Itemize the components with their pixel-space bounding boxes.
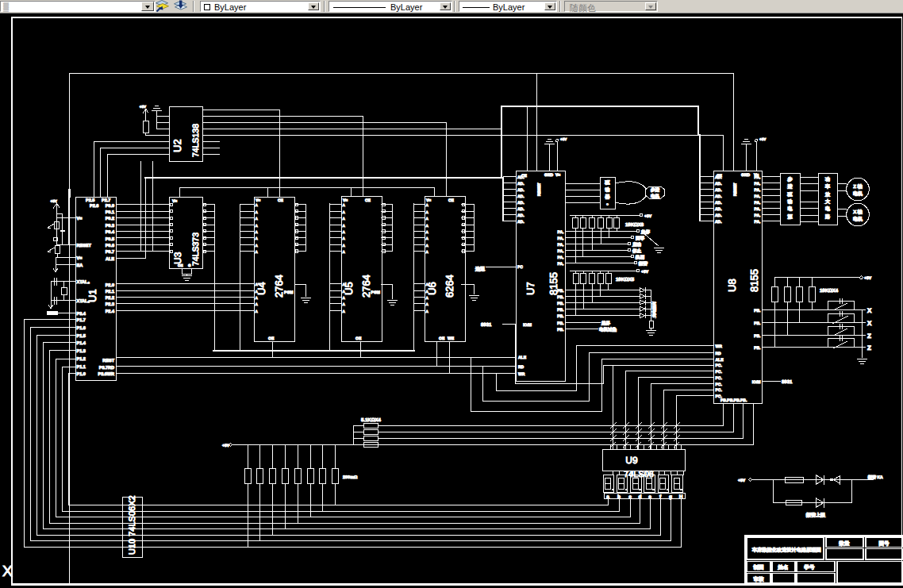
svg-text:PB.: PB. (557, 314, 564, 319)
svg-text:P0.2: P0.2 (106, 217, 114, 221)
svg-text:P0.3: P0.3 (106, 224, 114, 229)
svg-text:RESET: RESET (537, 183, 542, 196)
svg-text:10KΩX6: 10KΩX6 (625, 222, 644, 228)
svg-text:A: A (343, 224, 346, 228)
svg-text:PA.: PA. (558, 249, 565, 254)
svg-text:GND: GND (741, 173, 751, 178)
svg-text:AD.: AD. (517, 194, 525, 199)
svg-text:P1.3: P1.3 (77, 349, 86, 354)
svg-text:V≡: V≡ (77, 256, 83, 261)
svg-text:V≡: V≡ (555, 173, 560, 178)
svg-text:U3: U3 (172, 252, 183, 264)
svg-text:审核: 审核 (754, 576, 765, 582)
svg-text:AD.: AD. (715, 182, 722, 186)
svg-text:车床数控化改造设计电路原理图: 车床数控化改造设计电路原理图 (751, 547, 821, 553)
svg-text:PA.: PA. (558, 230, 565, 235)
svg-text:EA: EA (77, 263, 83, 268)
svg-text:AD.: AD. (517, 188, 525, 193)
svg-text:进: 进 (787, 183, 793, 190)
svg-text:AD.: AD. (715, 213, 722, 218)
svg-text:IO/M: IO/M (523, 323, 532, 328)
svg-text:A: A (343, 250, 346, 254)
svg-text:200mΩ: 200mΩ (343, 475, 358, 480)
svg-text:A: A (343, 296, 346, 300)
svg-text:P3.4: P3.4 (77, 312, 86, 317)
svg-text:A: A (426, 217, 429, 221)
svg-text:P0.5: P0.5 (106, 237, 114, 242)
svg-text:P2.0: P2.0 (106, 283, 114, 288)
svg-text:PC.: PC. (716, 376, 723, 381)
svg-text:姓名: 姓名 (778, 564, 789, 571)
svg-text:PA.: PA. (755, 188, 762, 193)
svg-text:PB.: PB. (754, 309, 761, 313)
svg-text:8031: 8031 (481, 322, 492, 328)
svg-text:e: e (648, 494, 651, 500)
svg-text:U2: U2 (171, 139, 183, 152)
svg-text:RESET: RESET (77, 244, 92, 248)
svg-text:G: G (188, 263, 191, 267)
svg-text:WR: WR (518, 372, 525, 377)
svg-text:A: A (426, 250, 429, 254)
svg-text:A: A (426, 236, 429, 240)
svg-text:大: 大 (824, 198, 831, 205)
svg-text:报警 KA: 报警 KA (867, 475, 883, 480)
svg-text:P1.5: P1.5 (77, 334, 86, 339)
svg-text:IO/M: IO/M (752, 380, 761, 385)
svg-text:A: A (256, 244, 259, 248)
svg-text:动: 动 (605, 187, 610, 193)
svg-text:CE: CE (278, 198, 284, 203)
svg-text:PA.: PA. (558, 256, 565, 260)
svg-text:5.1KΩX4: 5.1KΩX4 (361, 417, 381, 423)
svg-text:P2.6: P2.6 (90, 204, 98, 209)
svg-text:8031: 8031 (782, 379, 793, 385)
svg-text:OE: OE (355, 336, 362, 341)
svg-text:Z: Z (867, 344, 871, 352)
svg-text:AD.: AD. (517, 220, 525, 225)
svg-text:U8: U8 (726, 279, 738, 292)
svg-text:V≡: V≡ (77, 217, 83, 221)
svg-text:A: A (426, 230, 429, 234)
svg-text:PA.: PA. (558, 243, 565, 248)
svg-text:OE: OE (439, 336, 445, 341)
svg-text:Z 轴: Z 轴 (853, 183, 862, 190)
svg-text:XTAL₁: XTAL₁ (77, 299, 90, 304)
svg-text:RD: RD (518, 365, 525, 370)
svg-text:电机过热: 电机过热 (599, 327, 617, 332)
svg-text:选通: 选通 (475, 266, 486, 272)
svg-text:○: ○ (606, 202, 609, 207)
svg-text:CE: CE (448, 198, 455, 203)
svg-text:2764: 2764 (273, 275, 285, 298)
svg-text:停止: 停止 (632, 248, 642, 254)
svg-text:驱: 驱 (605, 180, 610, 186)
svg-text:电机: 电机 (853, 216, 863, 222)
svg-text:V≡: V≡ (256, 198, 260, 203)
svg-text:A: A (256, 302, 259, 306)
svg-text:PA.: PA. (755, 207, 762, 212)
svg-text:H: H (679, 494, 683, 500)
svg-text:A: A (256, 210, 259, 214)
svg-text:PA.: PA. (755, 213, 762, 218)
svg-text:PB.: PB. (557, 295, 564, 300)
svg-text:P0.0: P0.0 (106, 204, 114, 209)
svg-text:P3.6WR: P3.6WR (98, 372, 115, 377)
svg-text:P3.7RD: P3.7RD (99, 366, 114, 371)
svg-text:A: A (256, 309, 259, 313)
svg-text:XTAL₂: XTAL₂ (77, 280, 90, 285)
svg-text:驱: 驱 (787, 192, 793, 198)
svg-text:OE: OE (178, 263, 183, 267)
svg-text:PA.: PA. (755, 201, 762, 206)
svg-text:10KΩX5: 10KΩX5 (616, 277, 635, 282)
svg-text:A: A (343, 302, 346, 306)
svg-text:PB.: PB. (557, 302, 564, 306)
svg-text:X 轴: X 轴 (853, 209, 863, 215)
svg-text:A: A (343, 236, 346, 240)
svg-text:+5V: +5V (641, 270, 649, 275)
svg-text:回零: 回零 (636, 236, 645, 241)
svg-text:WE: WE (448, 336, 455, 341)
svg-text:+5V: +5V (759, 137, 766, 141)
svg-text:b: b (617, 494, 621, 500)
svg-text:PB.: PB. (557, 328, 564, 332)
svg-text:P0.4: P0.4 (106, 230, 115, 235)
svg-text:P2.7: P2.7 (102, 198, 110, 203)
svg-text:P1.4: P1.4 (77, 341, 86, 346)
